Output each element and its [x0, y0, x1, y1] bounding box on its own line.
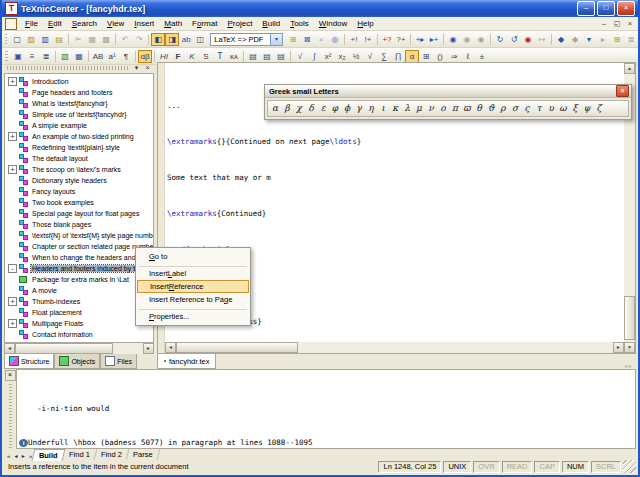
tree-item[interactable]: Fancy layouts — [6, 186, 153, 197]
tree-item[interactable]: + Introduction — [6, 76, 153, 87]
mdi-restore-button[interactable]: ◱ — [611, 19, 623, 29]
tree-item[interactable]: Chapter or section related page numbers — [6, 241, 153, 252]
greek-letter-button[interactable]: η — [365, 102, 377, 115]
open-button[interactable]: ▨ — [24, 33, 38, 46]
menu-item[interactable]: Search — [67, 19, 102, 28]
matrix-button[interactable]: ⊞ — [419, 50, 433, 63]
toolbar-gripper[interactable] — [5, 34, 7, 45]
tree-item[interactable]: Two book examples — [6, 197, 153, 208]
tree-item[interactable]: A movie — [6, 285, 153, 296]
scrollbar-thumb[interactable] — [15, 343, 113, 354]
menu-item[interactable]: Math — [159, 19, 187, 28]
label-button[interactable]: ¶ — [119, 50, 133, 63]
reverse-search-button[interactable]: ↺ — [507, 33, 521, 46]
palette-title-bar[interactable]: Greek small Letters × — [265, 85, 631, 98]
objects-view-button[interactable]: ▣ — [11, 50, 25, 63]
navigate-back-button[interactable]: ◆ — [554, 33, 568, 46]
mdi-close-button[interactable]: × — [624, 19, 636, 29]
output-profile-combobox[interactable]: LaTeX => PDF ▾ — [210, 33, 283, 46]
insert-label-menu-item[interactable]: Insert Label — [137, 267, 249, 280]
separator[interactable] — [490, 34, 491, 45]
chevron-down-icon[interactable]: ▾ — [270, 34, 282, 45]
tree-item-label[interactable]: An example of two-sided printing — [31, 133, 135, 140]
greek-letter-button[interactable]: ξ — [569, 102, 581, 115]
tree-item[interactable]: + An example of two-sided printing — [6, 131, 153, 142]
document-tab[interactable]: fancyhdr.tex — [157, 354, 216, 369]
greek-letter-button[interactable]: γ — [353, 102, 365, 115]
goto-menu-item[interactable]: Go to — [137, 250, 249, 263]
arrow-button[interactable]: ⇒ — [447, 50, 461, 63]
close-icon[interactable]: × — [616, 85, 629, 97]
greek-letter-button[interactable]: λ — [401, 102, 413, 115]
tree-item-label[interactable]: \textsf{N} of \textsf{M} style page numb… — [31, 232, 154, 239]
expand-toggle-icon[interactable]: + — [8, 319, 17, 328]
build-button[interactable]: ⊞ — [286, 33, 300, 46]
navigator-tab[interactable]: Structure — [4, 354, 54, 369]
build-view-button[interactable]: ⊠ — [300, 33, 314, 46]
find-in-files-button[interactable]: ◉ — [521, 33, 535, 46]
limit-button[interactable]: ℓ — [461, 50, 475, 63]
separator[interactable] — [410, 34, 411, 45]
insert-reference-button[interactable]: ⊞ — [610, 33, 624, 46]
superscript-button[interactable]: x² — [321, 50, 335, 63]
greek-letter-button[interactable]: τ — [533, 102, 545, 115]
scroll-left-icon[interactable]: ◄ — [165, 342, 176, 353]
close-button[interactable]: × — [617, 1, 635, 16]
separator[interactable] — [154, 51, 155, 62]
word-count-button[interactable]: ≣ — [624, 33, 638, 46]
align-center-button[interactable]: ▤ — [260, 50, 274, 63]
separator[interactable] — [88, 51, 89, 62]
tree-item-label[interactable]: The scoop on \latex/'s marks — [31, 166, 122, 173]
separator[interactable] — [135, 51, 136, 62]
next-warning-button[interactable]: ?+ — [394, 33, 408, 46]
insert-image-button[interactable]: ▧ — [58, 50, 72, 63]
expand-toggle-icon[interactable]: + — [8, 77, 17, 86]
tree-item[interactable]: - Headers and footers induced by the tex… — [6, 263, 153, 274]
scroll-up-icon[interactable]: ▲ — [624, 63, 635, 74]
scroll-down-icon[interactable]: ▼ — [624, 342, 635, 353]
separator[interactable] — [55, 51, 56, 62]
tree-item[interactable]: Those blank pages — [6, 219, 153, 230]
minimize-button[interactable]: ‒ — [577, 1, 595, 16]
navigator-horizontal-scrollbar[interactable]: ◄ ► — [4, 343, 154, 354]
tree-item-label[interactable]: A movie — [31, 287, 58, 294]
tree-item-label[interactable]: Page headers and footers — [31, 89, 114, 96]
prev-error-button[interactable]: ◂ — [15, 453, 18, 459]
find-button[interactable]: ◉ — [446, 33, 460, 46]
greek-letter-button[interactable]: μ — [413, 102, 425, 115]
footnote-button[interactable]: a¹ — [105, 50, 119, 63]
close-icon[interactable]: × — [5, 370, 16, 381]
tree-item-label[interactable]: Dictionary style headers — [31, 177, 108, 184]
find-prev-button[interactable]: ◉ — [474, 33, 488, 46]
properties-menu-item[interactable]: Properties... — [137, 310, 249, 323]
tree-item[interactable]: Contact information — [6, 329, 153, 340]
tree-item[interactable]: A simple example — [6, 120, 153, 131]
tree-item[interactable]: Simple use of \textsf{fancyhdr} — [6, 109, 153, 120]
expand-toggle-icon[interactable]: + — [8, 165, 17, 174]
prev-error-button[interactable]: +! — [347, 33, 361, 46]
greek-letters-button[interactable]: α — [405, 50, 419, 63]
display-math-button[interactable]: ∫ — [307, 50, 321, 63]
tree-item-label[interactable]: Simple use of \textsf{fancyhdr} — [31, 111, 128, 118]
typewriter-button[interactable]: T — [213, 50, 227, 63]
align-left-button[interactable]: ▤ — [246, 50, 260, 63]
scrollbar-thumb[interactable] — [624, 296, 635, 340]
scroll-left-icon[interactable]: ◄ — [4, 343, 15, 354]
next-badbox-button[interactable]: ▸+ — [427, 33, 441, 46]
tree-item-label[interactable]: Thumb-indexes — [31, 298, 81, 305]
scroll-right-icon[interactable]: ► — [143, 343, 154, 354]
menu-item[interactable]: Format — [187, 19, 222, 28]
greek-letter-button[interactable]: ψ — [581, 102, 593, 115]
tree-item-label[interactable]: Redefining \textit{plain} style — [31, 144, 121, 151]
menu-item[interactable]: Window — [314, 19, 352, 28]
separator[interactable] — [443, 34, 444, 45]
greek-letter-button[interactable]: κ — [389, 102, 401, 115]
inline-math-button[interactable]: √ — [293, 50, 307, 63]
separator[interactable] — [243, 51, 244, 62]
greek-letter-button[interactable]: π — [449, 102, 461, 115]
greek-letter-button[interactable]: ϕ — [341, 102, 353, 115]
insert-reference-to-page-menu-item[interactable]: Insert Reference to Page — [137, 293, 249, 306]
align-right-button[interactable]: ▤ — [274, 50, 288, 63]
toolbar-gripper[interactable] — [5, 51, 8, 62]
tree-item[interactable]: Page headers and footers — [6, 87, 153, 98]
